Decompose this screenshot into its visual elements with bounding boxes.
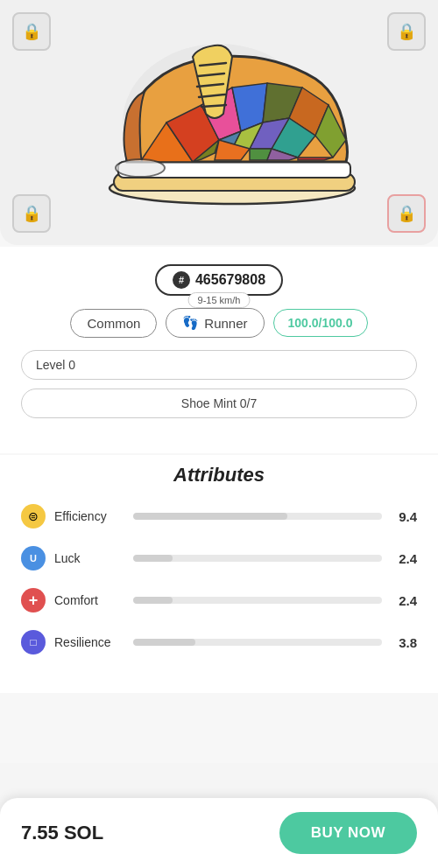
luck-icon: U: [21, 546, 46, 570]
shoe-image: [79, 35, 359, 210]
svg-point-24: [116, 159, 165, 177]
efficiency-icon: ⊜: [21, 504, 46, 528]
id-container: # 465679808: [21, 264, 417, 296]
footprint-icon: 👣: [182, 315, 199, 331]
attr-row-luck: U Luck 2.4: [21, 546, 417, 570]
efficiency-bar-fill: [133, 513, 287, 520]
luck-bar: [133, 555, 382, 562]
buy-now-button[interactable]: BUY NOW: [279, 812, 417, 854]
lock-bottom-right[interactable]: 🔒: [387, 194, 426, 233]
lock-top-right[interactable]: 🔒: [387, 12, 426, 51]
lock-bottom-left[interactable]: 🔒: [12, 194, 51, 233]
attributes-section: Attributes ⊜ Efficiency 9.4 U Luck 2.4: [0, 455, 438, 693]
efficiency-label: Efficiency: [54, 509, 124, 523]
luck-value: 2.4: [391, 551, 417, 566]
durability-tag: 100.0/100.0: [273, 309, 368, 337]
rarity-tag[interactable]: Common: [70, 309, 157, 338]
lock-top-left[interactable]: 🔒: [12, 12, 51, 51]
resilience-label: Resilience: [54, 635, 124, 649]
resilience-value: 3.8: [391, 635, 417, 650]
price-label: 7.55 SOL: [21, 822, 103, 844]
type-tag[interactable]: 👣 Runner: [166, 308, 264, 338]
id-badge: # 465679808: [155, 264, 283, 296]
efficiency-bar: [133, 513, 382, 520]
resilience-bar: [133, 639, 382, 646]
luck-bar-fill: [133, 555, 173, 562]
page-wrapper: 🔒 🔒 🔒 🔒: [0, 0, 438, 763]
comfort-label: Comfort: [54, 593, 124, 607]
bottom-spacer: [0, 693, 438, 763]
svg-marker-18: [298, 158, 333, 160]
hash-icon: #: [173, 271, 190, 289]
resilience-icon: □: [21, 630, 46, 654]
shoe-display: 🔒 🔒 🔒 🔒: [0, 0, 438, 245]
level-bar: Level 0: [21, 350, 417, 380]
shoe-id: 465679808: [195, 272, 265, 288]
comfort-bar: [133, 597, 382, 604]
info-section: # 465679808 9-15 km/h Common 👣 Runner 10…: [0, 247, 438, 453]
comfort-bar-fill: [133, 597, 173, 604]
buy-bar: 7.55 SOL BUY NOW: [0, 798, 438, 868]
attributes-title: Attributes: [21, 464, 417, 486]
attr-row-comfort: + Comfort 2.4: [21, 588, 417, 612]
speed-badge: 9-15 km/h: [188, 292, 251, 308]
attr-row-efficiency: ⊜ Efficiency 9.4: [21, 504, 417, 528]
resilience-bar-fill: [133, 639, 195, 646]
comfort-value: 2.4: [391, 593, 417, 608]
luck-label: Luck: [54, 551, 124, 565]
mint-bar: Shoe Mint 0/7: [21, 388, 417, 418]
efficiency-value: 9.4: [391, 509, 417, 524]
tags-row: 9-15 km/h Common 👣 Runner 100.0/100.0: [21, 308, 417, 338]
attr-row-resilience: □ Resilience 3.8: [21, 630, 417, 654]
comfort-icon: +: [21, 588, 46, 612]
